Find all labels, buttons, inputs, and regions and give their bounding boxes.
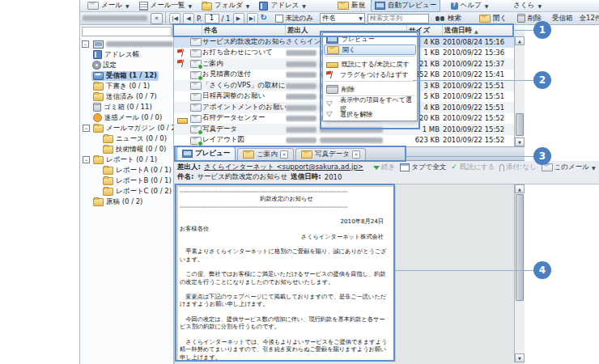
message-action-button[interactable]: 既読にする ▼: [451, 163, 495, 172]
scrollbar-thumb[interactable]: [516, 113, 524, 136]
search-input[interactable]: [367, 14, 429, 23]
menu-item-icon: [326, 100, 337, 108]
menu-item-icon: [326, 111, 337, 118]
folder-label: アドレス帳: [104, 50, 139, 60]
body-line: この度、弊社ではお客様にご満足いただけるサービスの提供を目指し、約款: [180, 270, 393, 277]
toolbar-button[interactable]: 新規▼: [333, 0, 369, 12]
toolbar-button[interactable]: さくら▼: [497, 0, 546, 12]
folder-tree-item[interactable]: − 送信済み (0 / 7): [80, 91, 173, 102]
context-menu-item[interactable]: [325, 81, 414, 83]
folder-tree-item[interactable]: − ニュース (0 / 0): [80, 133, 173, 144]
toolbar-button[interactable]: フォルダ▼: [198, 0, 253, 12]
collapse-expander-icon[interactable]: −: [83, 156, 90, 163]
scroll-up-icon[interactable]: ▲: [515, 36, 525, 45]
search-field-select[interactable]: 件名▼: [320, 13, 365, 23]
folder-icon: [103, 135, 113, 143]
context-menu-item[interactable]: [325, 56, 414, 58]
last-page-button[interactable]: ▶|: [247, 13, 258, 24]
envelope-icon: [190, 125, 202, 133]
collapse-expander-icon[interactable]: −: [83, 125, 90, 132]
account-root-node[interactable]: −: [80, 39, 173, 49]
message-body-panel: ----------------------------------------…: [174, 184, 525, 364]
message-action-button[interactable]: タブで全文 ▼: [400, 163, 446, 172]
folder-tree-item[interactable]: − 迷惑メール (0 / 0): [80, 112, 173, 123]
toolbar-button[interactable]: ▼: [312, 1, 332, 11]
callout-line: [406, 156, 533, 157]
open-mail-button[interactable]: 開く: [475, 12, 511, 25]
action-icon: [451, 164, 458, 171]
folder-tree-item[interactable]: − 原稿 (0 / 2): [80, 197, 173, 207]
redacted-sender-name: [286, 105, 316, 111]
folder-tree-item[interactable]: − レポートA (0 / 1): [80, 165, 173, 176]
toolbar-button[interactable]: メール一覧▼: [135, 0, 197, 12]
row-gutter: [174, 36, 190, 48]
sort-ascending-icon: ▲: [474, 28, 478, 34]
scroll-up-icon[interactable]: ▲: [515, 184, 525, 193]
prev-page-button[interactable]: ◀: [183, 13, 194, 24]
mail-sender: [286, 125, 407, 133]
message-subject: サービス約款改定のお知らせ: [197, 172, 287, 182]
folder-tree-item[interactable]: − レポート (0 / 1): [80, 154, 173, 165]
scrollbar-thumb[interactable]: [516, 194, 524, 301]
tab-icon: [301, 150, 312, 159]
message-scrollbar[interactable]: ▲ ▼: [514, 184, 525, 362]
folder-tree-item[interactable]: − アドレス帳: [80, 49, 173, 60]
redacted-account-address: [106, 41, 173, 47]
folder-tree-item[interactable]: − ゴミ箱 (0 / 11): [80, 102, 173, 112]
toolbar-button[interactable]: ヘルプ▼: [447, 0, 493, 12]
chevron-down-icon: ▼: [125, 3, 130, 9]
mail-list-row[interactable]: レイアウト図 623 KB 2010/09/22 15:52: [174, 135, 514, 146]
first-page-button[interactable]: |◀: [169, 13, 181, 24]
toolbar-button[interactable]: メール▼: [83, 0, 134, 12]
preview-tab[interactable]: ご案内 ×: [237, 148, 294, 160]
context-menu-item[interactable]: 削除: [324, 84, 416, 95]
folder-tree-item[interactable]: − レポートC (0 / 2): [80, 186, 173, 197]
mail-list-row[interactable]: 写真データ 1 MB 2010/09/22 15:52: [174, 124, 514, 135]
column-subject[interactable]: 件名: [202, 25, 286, 36]
folder-tree-item[interactable]: − 受信箱 (1 / 12): [80, 70, 173, 81]
next-page-button[interactable]: ▶: [233, 13, 244, 24]
toolbar-button[interactable]: 自動プレビュー▼: [371, 0, 440, 12]
row-gutter: [174, 80, 190, 91]
message-action-button[interactable]: 添付:なし ▼: [499, 163, 536, 172]
close-tab-icon[interactable]: ×: [280, 150, 288, 159]
sender-link[interactable]: さくらインターネット <support@sakura.ad.jp>: [204, 163, 363, 172]
folder-tree-item[interactable]: − 技術情報 (0 / 0): [80, 144, 173, 154]
context-menu-item[interactable]: フラグをつける/はずす: [324, 70, 416, 80]
column-date[interactable]: 送信日時▲: [443, 25, 503, 36]
menu-item-label: 選択を解除: [340, 110, 372, 119]
search-button[interactable]: 検索: [431, 12, 465, 25]
page-number-input[interactable]: [205, 14, 219, 23]
tab-icon: [182, 150, 193, 158]
folder-tree-item[interactable]: − 設定: [80, 60, 173, 70]
close-tab-icon[interactable]: ×: [352, 150, 360, 159]
body-line: 2010年8月24日: [180, 218, 393, 225]
preview-tab[interactable]: プレビュー: [176, 146, 236, 160]
context-menu-item[interactable]: プレビュー: [324, 34, 416, 44]
refresh-icon[interactable]: [261, 15, 269, 23]
context-menu-item[interactable]: 表示中の項目をすべて選択: [324, 99, 416, 109]
collapse-expander-icon[interactable]: −: [82, 40, 89, 48]
marker-icon: [177, 118, 188, 124]
toolbar-button-icon: [87, 2, 99, 10]
context-menu-item[interactable]: 開く: [324, 44, 416, 55]
scroll-down-icon[interactable]: ▼: [515, 353, 525, 362]
unread-only-checkbox[interactable]: [275, 15, 283, 23]
mail-date: 2010/09/22 15:51: [443, 82, 503, 90]
folder-filter-box[interactable]: [82, 27, 172, 36]
folder-tree-item[interactable]: − レポートB (0 / 1): [80, 176, 173, 186]
folder-icon: [103, 167, 113, 175]
mail-subject: サービス約款改定のお知らせ: [202, 37, 286, 47]
tab-label: 写真データ: [315, 150, 350, 159]
scroll-down-icon[interactable]: ▼: [515, 138, 525, 146]
context-menu-item[interactable]: 既読にする/未読に戻す: [324, 59, 416, 70]
preview-tab[interactable]: 写真データ ×: [295, 148, 366, 160]
mail-list-scrollbar[interactable]: ▲ ▼: [514, 36, 525, 146]
collapse-sidebar-button[interactable]: «: [151, 13, 163, 24]
message-action-button[interactable]: 続き ▼: [373, 163, 395, 172]
mail-date: 2010/09/22 15:37: [443, 60, 503, 68]
folder-tree-item[interactable]: − 下書き (0 / 1): [80, 81, 173, 91]
toolbar-button[interactable]: アドレス▼: [255, 0, 309, 12]
body-line: さくらインターネットでは、今後もよりよいサービスをご提供できますよう: [180, 338, 393, 345]
folder-tree-item[interactable]: − メールマガジン (0 / 2): [80, 123, 173, 133]
